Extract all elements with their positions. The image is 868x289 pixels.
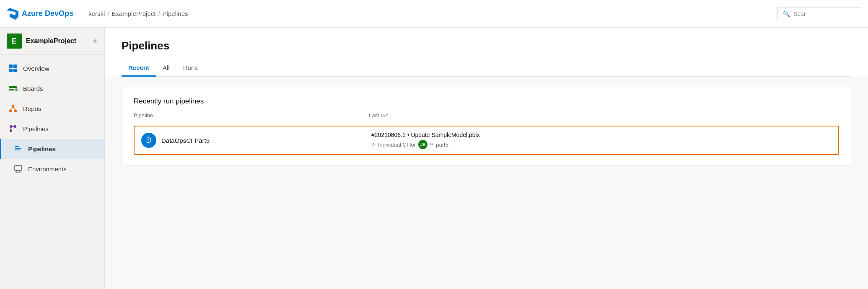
pipeline-lastrun-col: #20210806.1 • Update SampleModel.pbix ◇ … bbox=[371, 132, 832, 149]
sidebar-project: E ExampleProject + bbox=[0, 28, 104, 55]
svg-rect-17 bbox=[15, 150, 20, 150]
svg-rect-15 bbox=[15, 148, 21, 149]
sidebar-item-environments[interactable]: Environments bbox=[0, 159, 104, 179]
sidebar-item-repos[interactable]: Repos bbox=[0, 98, 104, 119]
add-project-button[interactable]: + bbox=[92, 36, 98, 46]
search-box[interactable]: 🔍 Sear bbox=[777, 8, 861, 20]
pipeline-status-icon: ⏱ bbox=[141, 133, 156, 148]
project-avatar: E bbox=[7, 34, 22, 49]
sidebar: E ExampleProject + Overview bbox=[0, 28, 105, 289]
pipelines-sub-icon bbox=[13, 144, 23, 154]
sidebar-item-overview[interactable]: Overview bbox=[0, 58, 104, 78]
logo-text: Azure DevOps bbox=[22, 9, 73, 18]
repos-icon bbox=[8, 103, 18, 114]
project-info: E ExampleProject bbox=[7, 34, 76, 49]
main-body: Recently run pipelines Pipeline Last run… bbox=[105, 77, 868, 175]
pipeline-name: DataOpsCI-Part5 bbox=[161, 137, 210, 144]
sidebar-item-repos-label: Repos bbox=[23, 105, 41, 112]
col-pipeline: Pipeline bbox=[134, 112, 369, 119]
col-lastrun: Last run bbox=[369, 112, 839, 119]
svg-line-10 bbox=[10, 107, 13, 110]
sidebar-item-environments-label: Environments bbox=[28, 165, 67, 173]
svg-point-14 bbox=[10, 129, 12, 132]
svg-rect-1 bbox=[13, 65, 17, 68]
svg-point-13 bbox=[14, 125, 16, 128]
sidebar-item-pipelines-sub-label: Pipelines bbox=[28, 145, 56, 152]
environments-icon bbox=[13, 164, 23, 174]
ci-icon: ◇ bbox=[371, 142, 376, 148]
sidebar-item-pipelines-sub[interactable]: Pipelines bbox=[0, 139, 104, 159]
svg-line-11 bbox=[13, 107, 16, 110]
svg-rect-3 bbox=[13, 69, 17, 72]
table-row[interactable]: ⏱ DataOpsCI-Part5 #20210806.1 • Update S… bbox=[134, 126, 839, 155]
pipelines-parent-icon bbox=[8, 124, 18, 134]
project-name: ExampleProject bbox=[26, 37, 76, 45]
lastrun-main: #20210806.1 • Update SampleModel.pbix bbox=[371, 132, 832, 138]
svg-rect-16 bbox=[15, 146, 19, 147]
svg-point-7 bbox=[12, 105, 14, 107]
lastrun-sub: ◇ Individual CI for JK ⑂ part5 bbox=[371, 140, 832, 149]
tabs: Recent All Runs bbox=[122, 60, 851, 77]
sidebar-item-overview-label: Overview bbox=[23, 65, 49, 72]
breadcrumb: kerski / ExampleProject / Pipelines bbox=[88, 10, 772, 17]
svg-point-8 bbox=[9, 110, 12, 112]
svg-rect-4 bbox=[9, 86, 17, 88]
table-header: Pipeline Last run bbox=[134, 112, 839, 122]
branch-name: part5 bbox=[436, 142, 448, 148]
svg-point-9 bbox=[14, 110, 17, 112]
clock-icon: ⏱ bbox=[145, 136, 153, 145]
sidebar-item-pipelines-parent-label: Pipelines bbox=[23, 125, 49, 132]
branch-icon: ⑂ bbox=[430, 141, 433, 148]
sidebar-item-boards-label: Boards bbox=[23, 85, 43, 92]
breadcrumb-kerski[interactable]: kerski bbox=[88, 10, 105, 17]
layout: E ExampleProject + Overview bbox=[0, 28, 868, 289]
sidebar-item-boards[interactable]: Boards bbox=[0, 78, 104, 98]
main-content: Pipelines Recent All Runs Recently run p… bbox=[105, 28, 868, 289]
svg-rect-18 bbox=[15, 165, 21, 170]
sidebar-nav: Overview Boards bbox=[0, 55, 104, 182]
pipeline-name-col: ⏱ DataOpsCI-Part5 bbox=[141, 133, 371, 148]
sidebar-item-pipelines-parent[interactable]: Pipelines bbox=[0, 119, 104, 139]
topbar: Azure DevOps kerski / ExampleProject / P… bbox=[0, 0, 868, 28]
breadcrumb-sep-1: / bbox=[107, 10, 109, 17]
tab-runs[interactable]: Runs bbox=[176, 60, 205, 77]
tab-recent[interactable]: Recent bbox=[122, 60, 156, 77]
svg-rect-2 bbox=[9, 69, 13, 72]
search-icon: 🔍 bbox=[783, 10, 790, 17]
breadcrumb-pipelines[interactable]: Pipelines bbox=[163, 10, 188, 17]
boards-icon bbox=[8, 83, 18, 93]
svg-rect-5 bbox=[9, 89, 14, 90]
user-avatar: JK bbox=[418, 140, 428, 149]
breadcrumb-project[interactable]: ExampleProject bbox=[111, 10, 155, 17]
trigger-label: Individual CI for bbox=[378, 142, 416, 148]
pipelines-card: Recently run pipelines Pipeline Last run… bbox=[122, 87, 851, 165]
svg-point-12 bbox=[10, 125, 12, 128]
breadcrumb-sep-2: / bbox=[158, 10, 160, 17]
azure-devops-logo[interactable]: Azure DevOps bbox=[7, 8, 73, 20]
logo-icon bbox=[7, 8, 18, 20]
search-placeholder: Sear bbox=[793, 10, 806, 17]
overview-icon bbox=[8, 63, 18, 73]
page-header: Pipelines Recent All Runs bbox=[105, 28, 868, 77]
card-title: Recently run pipelines bbox=[134, 97, 839, 106]
page-title: Pipelines bbox=[122, 39, 851, 52]
svg-rect-0 bbox=[9, 65, 13, 68]
tab-all[interactable]: All bbox=[156, 60, 176, 77]
